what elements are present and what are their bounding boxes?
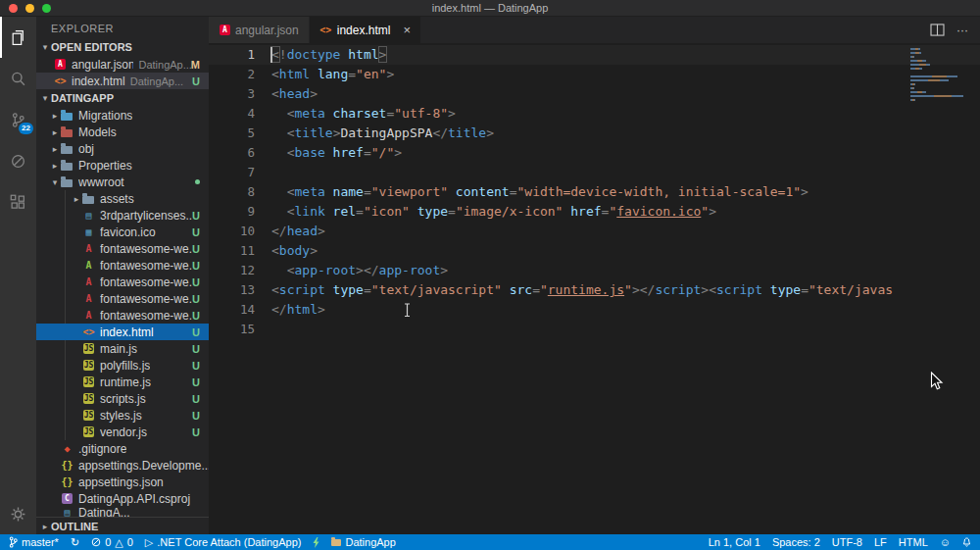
project-label: DatingApp [345, 536, 395, 548]
outline-label: OUTLINE [51, 521, 98, 532]
eol-indicator[interactable]: LF [868, 534, 893, 550]
more-actions-icon[interactable]: ··· [956, 24, 968, 37]
split-editor-icon[interactable] [930, 24, 945, 36]
file-label: appsettings.json [78, 475, 164, 489]
line-number: 11 [209, 241, 255, 261]
mouse-cursor [930, 372, 944, 391]
code-line-2[interactable]: 2<html lang="en"> [209, 65, 980, 84]
code-line-11[interactable]: 11<body> [209, 241, 980, 261]
tree-item-fontawesome-we[interactable]: Afontawesome-we...U [36, 240, 209, 257]
tree-item-fontawesome-we[interactable]: Afontawesome-we...U [36, 274, 209, 290]
code-line-3[interactable]: 3<head> [209, 84, 980, 104]
close-tab-icon[interactable]: × [403, 24, 411, 36]
tree-item-styles-js[interactable]: JSstyles.jsU [36, 407, 209, 424]
editor-actions: ··· [930, 17, 980, 43]
file-label: styles.js [100, 409, 142, 423]
explorer-activity-icon[interactable] [0, 17, 36, 58]
tree-item-runtime-js[interactable]: JSruntime.jsU [36, 374, 209, 390]
tree-item-obj[interactable]: ▸obj [36, 140, 209, 157]
tree-item-fontawesome-we[interactable]: Afontawesome-we...U [36, 290, 209, 307]
tree-item-datinga[interactable]: ▤DatingA... [36, 507, 209, 517]
git-branch-indicator[interactable]: master* [3, 534, 65, 550]
minimap-line [910, 87, 914, 89]
line-text: <app-root></app-root> [255, 261, 980, 280]
line-text: <base href="/"> [255, 143, 980, 163]
tree-item-scripts-js[interactable]: JSscripts.jsU [36, 390, 209, 407]
tree-item-vendor-js[interactable]: JSvendor.jsU [36, 424, 209, 440]
tree-item-gitignore[interactable]: ◆.gitignore [36, 440, 209, 457]
close-window-button[interactable] [9, 4, 18, 13]
code-line-9[interactable]: 9 <link rel="icon" type="image/x-icon" h… [209, 202, 980, 222]
tree-item-polyfills-js[interactable]: JSpolyfills.jsU [36, 357, 209, 374]
source-control-activity-icon[interactable]: 22 [0, 99, 36, 140]
code-line-1[interactable]: 1<!doctype html> [209, 45, 980, 65]
tree-item-appsettings-json[interactable]: {}appsettings.json [36, 474, 209, 490]
settings-gear-button[interactable] [0, 493, 36, 534]
debug-target-indicator[interactable]: ▷ .NET Core Attach (DatingApp) [139, 534, 308, 550]
editor-area: A angular.json <> index.html × ··· 1<!do… [209, 17, 980, 534]
extensions-activity-icon[interactable] [0, 181, 36, 223]
search-activity-icon[interactable] [0, 58, 36, 99]
tree-item-fontawesome-we[interactable]: Afontawesome-we...U [36, 257, 209, 274]
angular-file-icon: A [55, 59, 66, 70]
notifications-button[interactable] [956, 534, 977, 550]
minimap-line [910, 48, 920, 50]
tree-item-models[interactable]: ▸Models [36, 124, 209, 140]
tree-item-main-js[interactable]: JSmain.jsU [36, 340, 209, 357]
tree-item-fontawesome-we[interactable]: Afontawesome-we...U [36, 307, 209, 324]
indentation-indicator[interactable]: Spaces: 2 [766, 534, 826, 550]
code-line-8[interactable]: 8 <meta name="viewport" content="width=d… [209, 182, 980, 202]
project-indicator[interactable]: DatingApp [325, 534, 401, 550]
code-editor[interactable]: 1<!doctype html>2<html lang="en">3<head>… [209, 43, 980, 534]
code-line-14[interactable]: 14</html> [209, 300, 980, 320]
outline-header[interactable]: ▸ OUTLINE [36, 517, 209, 534]
sync-button[interactable]: ↻ [65, 534, 85, 550]
tab-index-html[interactable]: <> index.html × [310, 17, 421, 43]
chevron-right-icon: ▸ [39, 522, 51, 531]
code-line-6[interactable]: 6 <base href="/"> [209, 143, 980, 163]
git-status-badge: U [192, 326, 209, 338]
tree-item-assets[interactable]: ▸assets [36, 190, 209, 207]
chevron-right-icon: ▸ [49, 111, 61, 121]
tree-item-index-html[interactable]: <>index.htmlU [36, 324, 209, 340]
minimap[interactable] [910, 48, 967, 107]
open-editor-index-html[interactable]: <>index.htmlDatingAp...U [36, 73, 209, 89]
code-line-5[interactable]: 5 <title>DatingAppSPA</title> [209, 124, 980, 143]
activity-bar: 22 [0, 17, 36, 534]
git-status-badge: U [192, 260, 209, 272]
language-mode-indicator[interactable]: HTML [893, 534, 934, 550]
debug-activity-icon[interactable] [0, 140, 36, 181]
tree-item-migrations[interactable]: ▸Migrations [36, 107, 209, 124]
file-label: Models [78, 125, 117, 139]
git-status-badge: U [192, 343, 209, 355]
cursor-position-indicator[interactable]: Ln 1, Col 1 [703, 534, 766, 550]
code-line-10[interactable]: 10</head> [209, 222, 980, 241]
tab-label: index.html [337, 24, 391, 37]
code-line-12[interactable]: 12 <app-root></app-root> [209, 261, 980, 280]
problems-indicator[interactable]: 0 △ 0 [85, 534, 139, 550]
encoding-indicator[interactable]: UTF-8 [826, 534, 868, 550]
tree-item-appsettings-developme[interactable]: {}appsettings.Developme... [36, 457, 209, 474]
task-indicator[interactable] [307, 534, 325, 550]
maximize-window-button[interactable] [42, 4, 51, 13]
tree-item-properties[interactable]: ▸Properties [36, 157, 209, 174]
minimize-window-button[interactable] [25, 4, 34, 13]
tab-angular-json[interactable]: A angular.json [209, 17, 310, 43]
file-file-icon: ▤ [82, 209, 95, 222]
open-editors-header[interactable]: ▾ OPEN EDITORS [36, 38, 209, 56]
code-line-15[interactable]: 15 [209, 320, 980, 339]
code-line-4[interactable]: 4 <meta charset="utf-8"> [209, 104, 980, 124]
tree-item-favicon-ico[interactable]: ▦favicon.icoU [36, 224, 209, 240]
chevron-right-icon: ▸ [49, 127, 61, 137]
tree-item-3rdpartylicenses[interactable]: ▤3rdpartylicenses....U [36, 207, 209, 224]
project-section-header[interactable]: ▾ DATINGAPP [36, 89, 209, 107]
tree-item-wwwroot[interactable]: ▾wwwroot [36, 174, 209, 190]
tree-item-datingapp-api-csproj[interactable]: CDatingApp.API.csproj [36, 490, 209, 507]
feedback-button[interactable]: ☺ [934, 534, 956, 550]
text-caret [270, 47, 272, 63]
minimap-line [910, 99, 915, 101]
code-line-7[interactable]: 7 [209, 163, 980, 182]
open-editor-angular-json[interactable]: Aangular.jsonDatingAp...M [36, 56, 209, 73]
code-line-13[interactable]: 13<script type="text/javascript" src="ru… [209, 280, 980, 300]
git-status-badge: U [192, 243, 209, 255]
